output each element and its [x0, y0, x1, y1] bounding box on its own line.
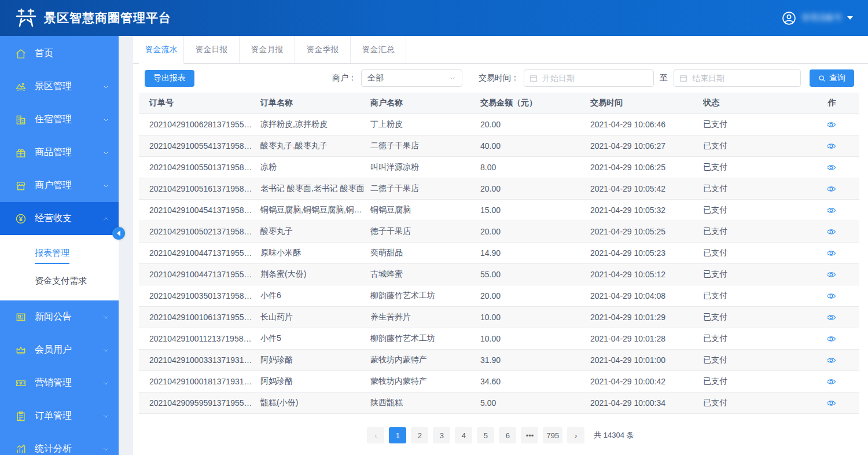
cell-time: 2021-04-29 10:05:12: [590, 270, 703, 279]
time-filter-label: 交易时间：: [479, 73, 519, 83]
sidebar-item-home[interactable]: 首页: [0, 37, 119, 70]
order-icon: [15, 410, 27, 422]
view-icon[interactable]: [827, 120, 836, 130]
cell-merchant: 蒙牧坊内蒙特产: [370, 376, 480, 387]
sidebar-item-label: 商品管理: [35, 146, 102, 159]
cell-order-no: 202104291005161371958615: [139, 184, 260, 193]
sidebar-item-statistics[interactable]: 统计分析: [0, 432, 119, 455]
table-row: 202104291006281371955735凉拌粉皮,凉拌粉皮丁上粉皮20.…: [139, 114, 859, 135]
sidebar-item-members[interactable]: 会员用户: [0, 333, 119, 366]
submenu-item-fund-payment-request[interactable]: 资金支付需求: [0, 270, 119, 292]
cell-order-name: 凉拌粉皮,凉拌粉皮: [260, 119, 370, 130]
export-report-button[interactable]: 导出报表: [145, 70, 194, 87]
cell-amount: 14.90: [480, 248, 590, 258]
view-icon[interactable]: [827, 355, 836, 365]
cell-time: 2021-04-29 10:05:23: [590, 248, 703, 258]
cell-time: 2021-04-29 10:05:25: [590, 227, 703, 236]
sidebar-item-scenic[interactable]: 景区管理: [0, 70, 119, 103]
start-date-input[interactable]: [542, 74, 648, 83]
tab-fund-monthly[interactable]: 资金月报: [240, 36, 295, 63]
cell-merchant: 养生苦荞片: [370, 312, 480, 322]
page-ellipsis[interactable]: •••: [521, 427, 538, 443]
user-menu[interactable]: 管理员账号: [782, 11, 853, 25]
view-icon[interactable]: [827, 334, 836, 344]
table-row: 202104291003501371958361小件6柳韵藤竹艺术工坊20.00…: [139, 285, 859, 307]
page-button-4[interactable]: 4: [455, 427, 472, 443]
cell-time: 2021-04-29 10:00:34: [590, 398, 703, 408]
view-icon[interactable]: [827, 291, 836, 301]
revenue-submenu: 报表管理 资金支付需求: [0, 235, 119, 300]
sidebar-item-merchant[interactable]: 商户管理: [0, 169, 119, 202]
cell-merchant: 二德子干果店: [370, 141, 480, 151]
cell-status: 已支付: [703, 312, 827, 322]
page-button-3[interactable]: 3: [433, 427, 450, 443]
view-icon[interactable]: [827, 206, 836, 215]
view-icon[interactable]: [827, 377, 836, 387]
cell-amount: 34.60: [480, 377, 590, 386]
next-page-button[interactable]: ›: [567, 427, 584, 443]
sidebar-item-orders[interactable]: 订单管理: [0, 399, 119, 432]
view-icon[interactable]: [827, 313, 836, 322]
transactions-table: 订单号 订单名称 商户名称 交易金额（元） 交易时间 状态 操作 2021042…: [139, 93, 859, 414]
cell-merchant: 柳韵藤竹艺术工坊: [370, 333, 480, 344]
sidebar-item-news[interactable]: 新闻公告: [0, 300, 119, 333]
view-icon[interactable]: [827, 227, 836, 237]
cell-status: 已支付: [703, 376, 827, 387]
tab-fund-quarterly[interactable]: 资金季报: [295, 36, 351, 63]
chevron-down-icon: [449, 75, 456, 82]
chevron-down-icon: [102, 413, 109, 420]
submenu-item-report-management[interactable]: 报表管理: [0, 242, 119, 270]
cell-merchant: 丁上粉皮: [370, 119, 480, 130]
view-icon[interactable]: [827, 248, 836, 258]
view-icon[interactable]: [827, 141, 836, 151]
cell-status: 已支付: [703, 226, 827, 237]
sidebar-item-goods[interactable]: 商品管理: [0, 136, 119, 169]
view-icon[interactable]: [827, 270, 836, 280]
sidebar-item-label: 新闻公告: [35, 311, 102, 323]
page-button-795[interactable]: 795: [543, 427, 562, 443]
table-row: 202104290959591371955751甑糕(小份)陕西甑糕5.0020…: [139, 392, 859, 414]
sidebar-item-lodging[interactable]: 住宿管理: [0, 103, 119, 136]
goods-icon: [15, 147, 27, 159]
start-date-picker[interactable]: [524, 69, 654, 87]
tab-fund-flow[interactable]: 资金流水: [139, 36, 184, 64]
sidebar-item-label: 商户管理: [35, 179, 102, 192]
cell-order-no: 202104291006281371955735: [139, 120, 260, 129]
cell-order-name: 小件5: [260, 333, 370, 344]
cell-merchant: 柳韵藤竹艺术工坊: [370, 291, 480, 301]
page-button-2[interactable]: 2: [411, 427, 428, 443]
merchant-select[interactable]: 全部: [361, 69, 462, 87]
cell-order-name: 原味小米酥: [260, 248, 370, 258]
sidebar-item-revenue[interactable]: 经营收支: [0, 202, 119, 235]
news-icon: [15, 311, 27, 323]
view-icon[interactable]: [827, 163, 836, 173]
col-amount: 交易金额（元）: [480, 98, 590, 108]
scenic-icon: [15, 81, 27, 93]
tab-fund-daily[interactable]: 资金日报: [184, 36, 240, 63]
chevron-down-icon: [102, 83, 109, 90]
table-header-row: 订单号 订单名称 商户名称 交易金额（元） 交易时间 状态 操作: [139, 93, 859, 114]
col-time: 交易时间: [590, 98, 703, 108]
page-button-1[interactable]: 1: [389, 427, 406, 443]
view-icon[interactable]: [827, 398, 836, 408]
view-icon[interactable]: [827, 184, 836, 194]
end-date-input[interactable]: [692, 74, 795, 83]
page-button-5[interactable]: 5: [477, 427, 494, 443]
col-actions: 操作: [827, 98, 859, 108]
prev-page-button[interactable]: ‹: [367, 427, 384, 443]
page-button-6[interactable]: 6: [499, 427, 516, 443]
tab-fund-summary[interactable]: 资金汇总: [351, 36, 406, 63]
chevron-down-icon: [102, 182, 109, 189]
sidebar-collapse-handle[interactable]: [112, 227, 125, 240]
sidebar-item-marketing[interactable]: 营销管理: [0, 366, 119, 399]
cell-time: 2021-04-29 10:05:32: [590, 206, 703, 215]
user-name: 管理员账号: [801, 13, 842, 23]
cell-order-no: 202104291001121371958361: [139, 334, 260, 343]
cell-order-no: 202104291005541371958615: [139, 141, 260, 151]
cell-order-no: 202104291004541371958647: [139, 206, 260, 215]
cell-amount: 5.00: [480, 398, 590, 408]
end-date-picker[interactable]: [674, 69, 801, 87]
search-button[interactable]: 查询: [810, 69, 854, 87]
marketing-icon: [15, 377, 27, 389]
chevron-down-icon: [102, 380, 109, 387]
